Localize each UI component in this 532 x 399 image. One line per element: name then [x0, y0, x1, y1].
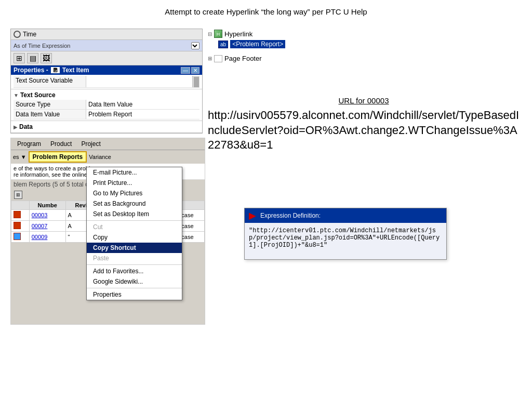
toolbar-icons-row: ⊞ ▤ 🖼	[11, 51, 202, 65]
row-num-3[interactable]: 00009	[29, 232, 65, 243]
menu-program[interactable]: Program	[13, 139, 45, 149]
ctx-copy-shortcut[interactable]: Copy Shortcut	[87, 243, 182, 253]
page-footer-expand-icon[interactable]: ⊞	[208, 56, 212, 61]
expression-header: ▶ Expression Definition:	[245, 208, 446, 223]
time-expression-label: As of Time Expression	[14, 43, 70, 49]
ctx-sep-3	[87, 288, 182, 288]
expand-icon-data: ▶	[14, 124, 18, 130]
ab-icon: ab	[218, 41, 228, 48]
row-case-1: case	[179, 210, 205, 221]
page-footer-label: Page Footer	[224, 55, 262, 62]
menu-project[interactable]: Project	[77, 139, 104, 149]
expression-content: "http://icenterv01.ptc.com/Windchill/net…	[245, 223, 446, 259]
ctx-properties[interactable]: Properties	[87, 289, 182, 300]
url-text: http://usirv005579.alconnet.com/Windchil…	[208, 108, 520, 153]
row-num-1[interactable]: 00003	[29, 210, 65, 221]
ctx-set-background[interactable]: Set as Background	[87, 198, 182, 209]
variant-label: es ▼	[13, 154, 26, 160]
ctx-goto-pictures[interactable]: Go to My Pictures	[87, 188, 182, 198]
text-source-title: Text Source	[20, 91, 56, 99]
properties-panel-title: Text Item	[62, 66, 89, 74]
expand-icon: ▼	[14, 92, 19, 98]
toolbar-btn-2[interactable]: ▤	[27, 53, 38, 63]
row-case-3: case	[179, 232, 205, 243]
row-icon-2	[14, 222, 21, 229]
tree-item-hyperlink: ⊟ H Hyperlink	[208, 29, 353, 39]
time-expression-row: As of Time Expression	[11, 40, 202, 51]
problem-reports-btn[interactable]: Problem Reports	[29, 151, 87, 163]
tree-view-panel: ⊟ H Hyperlink ab <Problem Report> ⊞ Page…	[208, 29, 353, 63]
tree-item-problem-report: ab <Problem Report>	[218, 39, 353, 49]
props-close-btn[interactable]: ✕	[191, 67, 200, 74]
data-section: ▶ Data	[11, 121, 202, 133]
ctx-add-favorites[interactable]: Add to Favorites...	[87, 266, 182, 276]
data-section-title: Data	[19, 123, 33, 130]
left-properties-panel: Time As of Time Expression ⊞ ▤ 🖼 Propert…	[10, 29, 203, 134]
clock-icon	[14, 31, 21, 38]
data-item-label: Data Item Value	[14, 110, 86, 119]
hyperlink-folder-icon: H	[214, 30, 222, 38]
hyperlink-label: Hyperlink	[224, 30, 252, 38]
ctx-sep-1	[87, 220, 182, 221]
url-section: URL for 00003 http://usirv005579.alconne…	[208, 96, 520, 153]
ctx-set-desktop[interactable]: Set as Desktop Item	[87, 209, 182, 219]
text-source-variable-section: Text Source Variable	[11, 75, 202, 89]
text-source-variable-value	[86, 76, 192, 87]
source-type-label: Source Type	[14, 100, 86, 109]
properties-label: Properties -	[14, 66, 48, 74]
ctx-copy[interactable]: Copy	[87, 232, 182, 243]
menu-bar: Program Product Project	[11, 138, 205, 150]
tree-item-page-footer: ⊞ Page Footer	[208, 54, 353, 63]
expression-arrow-icon: ▶	[249, 210, 256, 221]
context-menu: E-mail Picture... Print Picture... Go to…	[86, 167, 182, 300]
data-item-row: Data Item Value Problem Report	[14, 110, 200, 119]
row-case-2: case	[179, 221, 205, 232]
data-item-value: Problem Report	[86, 110, 200, 119]
problem-report-label: <Problem Report>	[230, 40, 285, 48]
source-type-value: Data Item Value	[86, 100, 200, 109]
image-icon: 🖼	[43, 55, 50, 62]
url-label: URL for 00003	[208, 96, 520, 105]
ctx-email-picture[interactable]: E-mail Picture...	[87, 167, 182, 178]
source-type-row: Source Type Data Item Value	[14, 100, 200, 110]
expression-header-label: Expression Definition:	[260, 212, 321, 219]
bottom-left-panel: Program Product Project es ▼ Problem Rep…	[10, 138, 205, 325]
col-header-case	[179, 201, 205, 210]
text-source-variable-label: Text Source Variable	[14, 76, 86, 87]
ctx-sep-2	[87, 264, 182, 265]
tree-expand-icon[interactable]: ⊟	[208, 31, 212, 37]
ctx-cut: Cut	[87, 222, 182, 232]
col-header-icon	[11, 201, 30, 210]
grid-icon: ⊞	[16, 55, 22, 62]
toolbar-btn-1[interactable]: ⊞	[14, 53, 25, 63]
properties-icon: 🖹	[51, 67, 60, 73]
text-source-section-header: ▼ Text Source Source Type Data Item Valu…	[11, 89, 202, 121]
col-header-num: Numbe	[29, 201, 65, 210]
page-title: Attempt to create Hyperlink “the long wa…	[0, 0, 532, 21]
time-label: Time	[23, 31, 36, 38]
text-source-variable-row: Text Source Variable	[14, 76, 200, 88]
ctx-paste: Paste	[87, 253, 182, 263]
toolbar-btn-3[interactable]: 🖼	[41, 53, 52, 63]
page-footer-icon	[214, 55, 222, 62]
ctx-google-sidewiki[interactable]: Google Sidewiki...	[87, 276, 182, 287]
time-dropdown[interactable]	[191, 42, 200, 49]
properties-header: Properties - 🖹 Text Item — ✕	[11, 65, 202, 75]
ctx-print-picture[interactable]: Print Picture...	[87, 178, 182, 188]
icon-box-1: ⊞	[14, 191, 22, 199]
variance-label: Variance	[89, 154, 111, 160]
props-restore-btn[interactable]: —	[181, 67, 190, 74]
menu-product[interactable]: Product	[46, 139, 76, 149]
row-num-2[interactable]: 00007	[29, 221, 65, 232]
row-icon-3	[14, 233, 21, 240]
time-toolbar-row: Time	[11, 29, 202, 40]
row-icon-1	[14, 211, 21, 218]
expression-box: ▶ Expression Definition: "http://icenter…	[244, 208, 447, 260]
table-icon: ▤	[30, 55, 36, 62]
subnav-row: es ▼ Problem Reports Variance	[11, 150, 205, 164]
